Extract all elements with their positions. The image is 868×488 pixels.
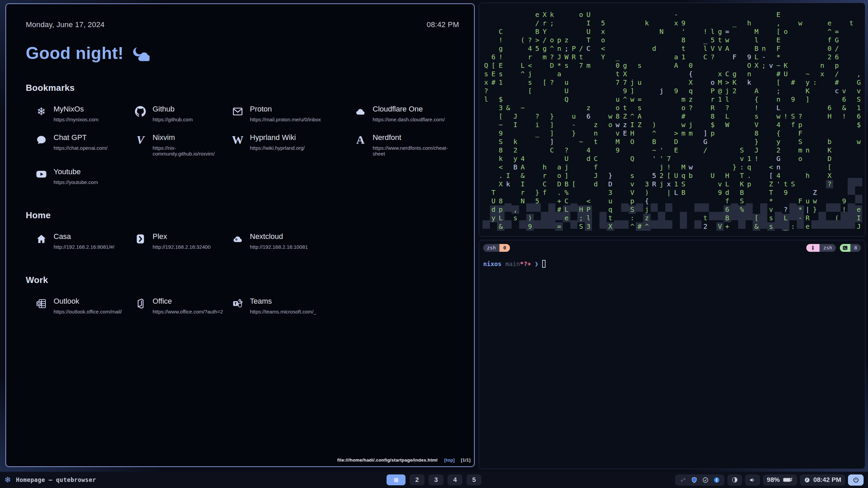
- bookmark-url: https://one.dash.cloudflare.com/: [373, 117, 445, 122]
- bookmark-url: https://www.nerdfonts.com/cheat-sheet: [373, 145, 459, 157]
- bookmark-url: https://mail.proton.me/u/0/inbox: [250, 117, 321, 122]
- bookmark-item[interactable]: Chat GPT https://chat.openai.com/: [35, 133, 134, 157]
- bookmark-name: Nixvim: [153, 133, 232, 142]
- bluetooth-icon[interactable]: [713, 477, 720, 483]
- clock-text: 08:42 PM: [813, 476, 841, 484]
- bookmark-item[interactable]: Casa http://192.168.2.16:8081/#/: [35, 232, 134, 250]
- bookmark-item[interactable]: Github https://github.com: [134, 105, 232, 122]
- active-window-title: Homepage — qutebrowser: [16, 476, 96, 483]
- bookmark-item[interactable]: Youtube https://youtube.com: [35, 167, 134, 185]
- office-icon: [134, 298, 146, 310]
- bookmark-item[interactable]: W Hyprland Wiki https://wiki.hyprland.or…: [232, 133, 354, 157]
- nerdfont-icon: A: [354, 134, 367, 146]
- bookmark-url: https://mynixos.com: [54, 117, 99, 122]
- home-icon: [35, 233, 47, 245]
- bookmark-url: https://youtube.com: [54, 179, 98, 185]
- outlook-icon: [35, 298, 47, 310]
- bookmark-name: Casa: [54, 232, 114, 241]
- bookmark-item[interactable]: A Nerdfont https://www.nerdfonts.com/che…: [354, 133, 459, 157]
- night-light-toggle[interactable]: [727, 474, 742, 486]
- power-button[interactable]: [848, 474, 864, 486]
- power-icon: [852, 476, 860, 484]
- workspace-2[interactable]: 2: [410, 474, 425, 485]
- bookmark-name: Proton: [250, 105, 321, 114]
- matrix-grid: eXkoU-E/r;I5kx9_h,wetCBYUxN'!lg=M[o^=!(?…: [482, 8, 865, 229]
- youtube-icon: [35, 168, 47, 180]
- prompt-host: nixos: [483, 260, 501, 267]
- workspace-5[interactable]: 5: [467, 474, 481, 485]
- battery-charging-icon: [783, 477, 793, 483]
- bookmark-url: http://192.168.2.16:8081/#/: [54, 244, 114, 250]
- workspaces: 2345: [387, 474, 481, 485]
- clock-module[interactable]: 08:42 PM: [800, 474, 845, 486]
- startpage-section: Home Casa http://192.168.2.16:8081/#/ Pl…: [26, 210, 459, 250]
- bookmark-url: https://www.office.com/?auth=2: [153, 309, 223, 314]
- github-icon: [134, 105, 146, 118]
- bookmark-url: https://nix-community.github.io/nixvim/: [153, 145, 232, 157]
- shield-icon[interactable]: [691, 477, 697, 483]
- terminal-icon: [840, 244, 850, 252]
- bookmark-name: Github: [153, 105, 193, 114]
- statusbar-scroll-position: [top]: [444, 458, 455, 463]
- workspace-1-active[interactable]: [387, 474, 406, 485]
- moon-phase-icon: [731, 476, 738, 483]
- clock-label: 08:42 PM: [427, 20, 459, 29]
- nixos-logo-icon: ❄: [4, 476, 11, 484]
- nextcloud-icon: [232, 233, 244, 245]
- bookmark-name: Office: [153, 297, 223, 306]
- volume-control[interactable]: [745, 474, 760, 486]
- startpage-section: Work Outlook https://outlook.office.com/…: [26, 275, 459, 314]
- bookmark-url: https://wiki.hyprland.org/: [250, 145, 305, 151]
- bookmark-item[interactable]: V Nixvim https://nix-community.github.io…: [134, 133, 232, 157]
- bookmark-name: Teams: [250, 297, 316, 306]
- workspace-3[interactable]: 3: [429, 474, 443, 485]
- workspace-4[interactable]: 4: [448, 474, 462, 485]
- check-icon[interactable]: [702, 477, 709, 483]
- bookmark-item[interactable]: Office https://www.office.com/?auth=2: [134, 297, 232, 314]
- nixos-icon: ❄: [35, 105, 47, 118]
- bookmark-item[interactable]: Plex http://192.168.2.16:32400: [134, 232, 232, 250]
- zellij-tab-zsh[interactable]: zsh 0: [483, 244, 510, 252]
- bookmark-name: Nextcloud: [250, 232, 308, 241]
- bookmark-item[interactable]: ❄ MyNixOs https://mynixos.com: [35, 105, 134, 122]
- bookmark-url: http://192.168.2.16:32400: [153, 244, 211, 250]
- session-label: zsh: [820, 244, 836, 252]
- battery-percent: 98%: [767, 476, 780, 484]
- statusbar-url: file:///home/hadi/.config/startpage/inde…: [337, 458, 438, 463]
- bookmark-item[interactable]: Teams https://teams.microsoft.com/_: [232, 297, 354, 314]
- shell-prompt[interactable]: nixos main *?+ ❯: [483, 260, 861, 268]
- zellij-status-bar: zsh 0 zsh 8: [483, 244, 861, 252]
- shell-terminal-window[interactable]: zsh 0 zsh 8 nixos main *?+ ❯: [479, 240, 865, 469]
- prompt-git-status: *?+: [520, 260, 531, 267]
- bookmark-url: https://teams.microsoft.com/_: [250, 309, 316, 314]
- bookmark-url: https://chat.openai.com/: [54, 145, 107, 151]
- bookmark-url: https://outlook.office.com/mail/: [54, 309, 122, 314]
- startpage-sections: Bookmarks ❄ MyNixOs https://mynixos.com …: [26, 83, 459, 314]
- zellij-tab-count[interactable]: 8: [840, 244, 861, 252]
- bookmark-name: Hyprland Wiki: [250, 133, 305, 142]
- bookmark-name: Plex: [153, 232, 211, 241]
- bookmark-url: https://github.com: [153, 117, 193, 122]
- bookmark-name: Chat GPT: [54, 133, 107, 142]
- bookmark-item[interactable]: Outlook https://outlook.office.com/mail/: [35, 297, 134, 314]
- bookmark-url: http://192.168.2.16:10081: [250, 244, 308, 250]
- mail-icon: [232, 105, 244, 118]
- system-tray[interactable]: [675, 474, 725, 486]
- greeting-text: Good night!: [26, 43, 124, 63]
- sync-icon[interactable]: [680, 477, 686, 483]
- bookmark-name: MyNixOs: [54, 105, 99, 114]
- bookmark-item[interactable]: Proton https://mail.proton.me/u/0/inbox: [232, 105, 354, 122]
- speaker-icon: [749, 476, 756, 484]
- zellij-session-user[interactable]: zsh: [806, 244, 836, 252]
- cloud-icon: [354, 105, 367, 118]
- bookmark-item[interactable]: Nextcloud http://192.168.2.16:10081: [232, 232, 354, 250]
- section-title: Bookmarks: [26, 83, 459, 93]
- bookmark-name: Youtube: [54, 167, 98, 176]
- session-tab-count: 8: [850, 244, 861, 252]
- matrix-terminal-window[interactable]: eXkoU-E/r;I5kx9_h,wetCBYUxN'!lg=M[o^=!(?…: [479, 3, 865, 237]
- qutebrowser-window[interactable]: Monday, June 17, 2024 08:42 PM Good nigh…: [5, 3, 475, 467]
- teams-icon: [232, 298, 244, 310]
- bookmark-item[interactable]: Cloudflare One https://one.dash.cloudfla…: [354, 105, 459, 122]
- battery-module[interactable]: 98%: [763, 474, 797, 486]
- plex-icon: [134, 233, 146, 245]
